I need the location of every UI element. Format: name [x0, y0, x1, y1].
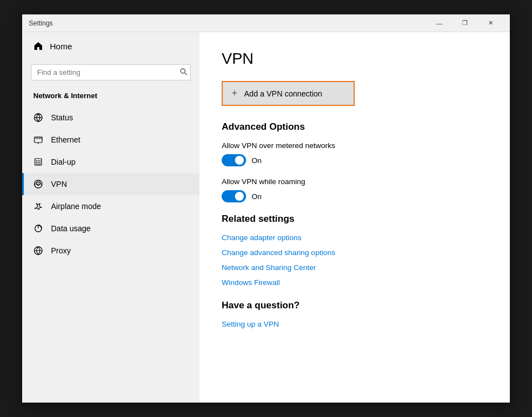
related-settings-section: Related settings Change adapter options … [222, 213, 488, 287]
dialup-label: Dial-up [51, 157, 75, 166]
vpn-icon [33, 179, 43, 189]
add-vpn-label: Add a VPN connection [244, 89, 323, 98]
proxy-icon [33, 246, 43, 256]
svg-point-18 [38, 164, 39, 165]
ethernet-icon [33, 135, 43, 145]
close-button[interactable]: ✕ [478, 14, 503, 32]
svg-point-14 [36, 162, 37, 163]
svg-point-11 [36, 160, 37, 161]
maximize-button[interactable]: ❐ [452, 14, 478, 32]
window-controls: — ❐ ✕ [427, 14, 503, 32]
svg-point-16 [39, 162, 40, 163]
sidebar-item-status[interactable]: Status [22, 106, 200, 129]
change-adapter-link[interactable]: Change adapter options [222, 233, 488, 242]
svg-point-12 [38, 160, 39, 161]
related-settings-title: Related settings [222, 213, 488, 225]
help-section: Have a question? Setting up a VPN [222, 300, 488, 328]
minimize-button[interactable]: — [427, 14, 452, 32]
window-content: Home Network & Internet [22, 32, 510, 403]
vpn-metered-toggle[interactable] [222, 154, 246, 166]
toggle2-value: On [252, 192, 262, 201]
airplane-icon [33, 201, 43, 211]
help-link[interactable]: Setting up a VPN [222, 320, 488, 328]
titlebar: Settings — ❐ ✕ [22, 14, 510, 32]
svg-point-15 [38, 162, 39, 163]
network-center-link[interactable]: Network and Sharing Center [222, 263, 488, 272]
svg-line-1 [185, 73, 187, 75]
advanced-options-section: Advanced Options Allow VPN over metered … [222, 121, 488, 202]
vpn-label: VPN [51, 180, 67, 189]
related-links: Change adapter options Change advanced s… [222, 233, 488, 287]
main-content: VPN + Add a VPN connection Advanced Opti… [200, 32, 510, 403]
home-icon [33, 41, 43, 51]
sidebar-item-airplane[interactable]: Airplane mode [22, 195, 200, 217]
svg-point-13 [39, 160, 40, 161]
sidebar-item-ethernet[interactable]: Ethernet [22, 129, 200, 151]
sidebar-item-datausage[interactable]: Data usage [22, 217, 200, 240]
svg-point-0 [181, 69, 185, 73]
add-vpn-button[interactable]: + Add a VPN connection [222, 81, 355, 106]
ethernet-label: Ethernet [51, 135, 80, 144]
search-input[interactable] [31, 64, 191, 80]
page-title: VPN [222, 50, 488, 68]
change-sharing-link[interactable]: Change advanced sharing options [222, 248, 488, 257]
toggle1-row: On [222, 154, 488, 166]
search-icon [180, 68, 187, 75]
toggle2-row: On [222, 190, 488, 202]
datausage-label: Data usage [51, 224, 91, 233]
dialup-icon [33, 157, 43, 167]
status-label: Status [51, 113, 73, 122]
toggle2-thumb [235, 192, 244, 201]
plus-icon: + [232, 88, 238, 99]
sidebar: Home Network & Internet [22, 32, 200, 403]
firewall-link[interactable]: Windows Firewall [222, 278, 488, 287]
toggle1-thumb [235, 156, 244, 165]
svg-point-19 [39, 164, 40, 165]
toggle1-value: On [252, 156, 262, 165]
advanced-options-title: Advanced Options [222, 121, 488, 133]
globe-icon [33, 113, 43, 123]
sidebar-item-proxy[interactable]: Proxy [22, 240, 200, 262]
option1-label: Allow VPN over metered networks [222, 141, 488, 150]
search-container [31, 64, 191, 80]
svg-point-17 [36, 164, 37, 165]
airplane-label: Airplane mode [51, 202, 101, 211]
datausage-icon [33, 223, 43, 233]
sidebar-home-label: Home [50, 42, 72, 51]
sidebar-item-dialup[interactable]: Dial-up [22, 151, 200, 173]
vpn-roaming-toggle[interactable] [222, 190, 246, 202]
window-title: Settings [29, 19, 427, 27]
sidebar-section-title: Network & Internet [22, 89, 200, 106]
sidebar-item-home[interactable]: Home [22, 32, 200, 60]
option2-label: Allow VPN while roaming [222, 177, 488, 186]
help-title: Have a question? [222, 300, 488, 311]
settings-window: Settings — ❐ ✕ Home [22, 14, 510, 403]
search-button[interactable] [180, 68, 187, 77]
proxy-label: Proxy [51, 246, 71, 255]
sidebar-item-vpn[interactable]: VPN [22, 173, 200, 195]
